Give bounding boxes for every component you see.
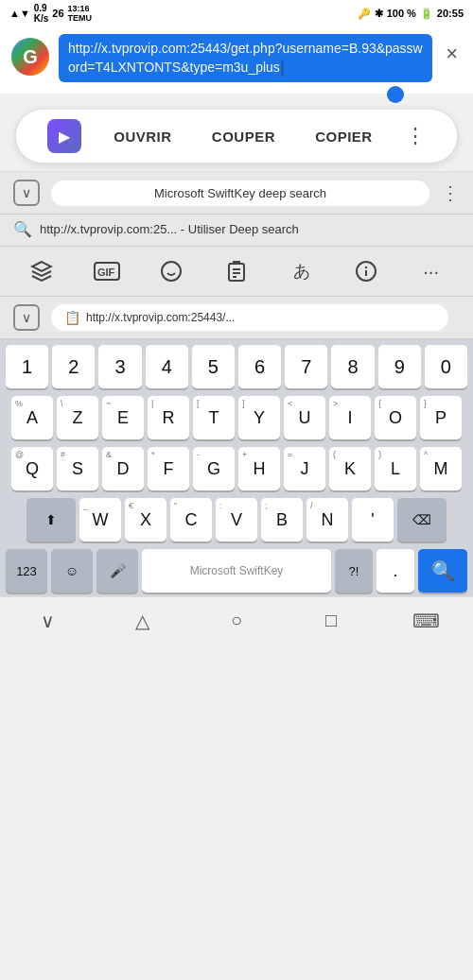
space-bar[interactable]: Microsoft SwiftKey: [142, 549, 331, 593]
browser-chrome: G http://x.tvprovip.com:25443/get.php?us…: [0, 26, 473, 94]
emoji-button[interactable]: ☺: [51, 549, 93, 593]
bluetooth-icon: ✱: [375, 8, 383, 20]
chevron-down-icon-2: ∨: [22, 310, 31, 325]
key-i[interactable]: >I: [329, 396, 371, 439]
key-e[interactable]: ~E: [102, 396, 144, 439]
swiftkey-collapse-button[interactable]: ∨: [13, 180, 40, 206]
key-v[interactable]: :V: [216, 498, 257, 542]
home-triangle-button[interactable]: △: [121, 600, 163, 642]
key-123-button[interactable]: 123: [6, 549, 47, 593]
key-p[interactable]: }P: [420, 396, 462, 439]
key-y[interactable]: ]Y: [238, 396, 280, 439]
google-logo: G: [11, 38, 49, 76]
key-q[interactable]: @Q: [11, 447, 53, 490]
back-icon: ∨: [41, 610, 55, 632]
key-j[interactable]: =J: [284, 447, 325, 490]
signal-icon: ▲▼: [9, 8, 30, 19]
layers-icon[interactable]: [25, 254, 59, 288]
number-row: 1 2 3 4 5 6 7 8 9 0: [0, 339, 473, 392]
key-c[interactable]: "C: [170, 498, 212, 542]
back-button[interactable]: ∨: [26, 600, 68, 642]
clipboard-small-icon: 📋: [64, 310, 80, 325]
key-8[interactable]: 8: [331, 345, 374, 388]
key-k[interactable]: (K: [329, 447, 371, 490]
home-triangle-icon: △: [135, 610, 149, 632]
search-button[interactable]: 🔍: [418, 549, 467, 593]
keyboard-container: ∨ Microsoft SwiftKey deep search ⋮ 🔍 htt…: [0, 172, 473, 596]
key-n[interactable]: /N: [307, 498, 348, 542]
home-button[interactable]: ○: [216, 600, 257, 642]
gif-icon[interactable]: GIF: [90, 254, 124, 288]
recent-icon: □: [325, 610, 337, 631]
svg-text:GIF: GIF: [97, 266, 115, 278]
clipboard-collapse-button[interactable]: ∨: [13, 304, 40, 331]
key-d[interactable]: &D: [102, 447, 144, 490]
special-chars-button[interactable]: ?!: [335, 549, 373, 593]
period-button[interactable]: .: [377, 549, 414, 593]
key-b[interactable]: ;B: [261, 498, 303, 542]
key-0[interactable]: 0: [425, 345, 467, 388]
more-options-button[interactable]: ⋮: [405, 124, 426, 148]
key-6[interactable]: 6: [238, 345, 281, 388]
home-circle-icon: ○: [231, 610, 242, 631]
key-u[interactable]: <U: [284, 396, 325, 439]
sticker-icon[interactable]: [154, 254, 188, 288]
key-z[interactable]: \Z: [57, 396, 98, 439]
key-f[interactable]: *F: [148, 447, 189, 490]
svg-point-3: [162, 262, 181, 281]
deep-search-url: http://x.tvprovip.com:25...: [40, 222, 177, 236]
key-s[interactable]: #S: [57, 447, 98, 490]
key-1[interactable]: 1: [6, 345, 48, 388]
key-m[interactable]: ^M: [420, 447, 462, 490]
deep-search-text[interactable]: http://x.tvprovip.com:25... - Utiliser D…: [40, 222, 460, 236]
key-g[interactable]: -G: [193, 447, 235, 490]
key-x[interactable]: €X: [125, 498, 166, 542]
key-a[interactable]: %A: [11, 396, 53, 439]
key-7[interactable]: 7: [285, 345, 327, 388]
key-4[interactable]: 4: [146, 345, 188, 388]
battery-icon: 🔋: [420, 8, 433, 20]
key-w[interactable]: _W: [79, 498, 121, 542]
language-icon[interactable]: あ: [285, 254, 319, 288]
key-apostrophe[interactable]: ': [352, 498, 394, 542]
recent-apps-button[interactable]: □: [310, 600, 352, 642]
swiftkey-title[interactable]: Microsoft SwiftKey deep search: [51, 181, 429, 206]
key-2[interactable]: 2: [52, 345, 95, 388]
toolbar-icons-row: GIF あ: [0, 247, 473, 297]
copier-button[interactable]: COPIER: [307, 125, 380, 148]
backspace-button[interactable]: ⌫: [397, 498, 447, 542]
more-toolbar-icon[interactable]: ···: [414, 254, 448, 288]
key-t[interactable]: [T: [193, 396, 235, 439]
key-5[interactable]: 5: [192, 345, 235, 388]
media-icon[interactable]: ▶: [47, 119, 81, 153]
url-bar[interactable]: http://x.tvprovip.com:25443/get.php?user…: [59, 34, 432, 82]
mic-button[interactable]: 🎤: [96, 549, 138, 593]
url-area: G http://x.tvprovip.com:25443/get.php?us…: [11, 34, 462, 82]
key-h[interactable]: +H: [238, 447, 280, 490]
clipboard-content[interactable]: 📋 http://x.tvprovip.com:25443/...: [51, 304, 448, 331]
key-l[interactable]: )L: [375, 447, 416, 490]
status-left: ▲▼ 0.9K/s 26 13:16TEMU: [9, 3, 92, 24]
clipboard-icon[interactable]: [219, 254, 254, 288]
key-r[interactable]: |R: [148, 396, 189, 439]
ouvrir-button[interactable]: OUVRIR: [106, 125, 179, 148]
svg-point-12: [366, 267, 367, 268]
info-icon[interactable]: [349, 254, 383, 288]
shift-button[interactable]: ⬆: [26, 498, 76, 542]
clipboard-bar: ∨ 📋 http://x.tvprovip.com:25443/...: [0, 297, 473, 339]
couper-button[interactable]: COUPER: [204, 125, 283, 148]
deep-search-bar: 🔍 http://x.tvprovip.com:25... - Utiliser…: [0, 215, 473, 247]
swiftkey-more-button[interactable]: ⋮: [441, 181, 460, 204]
svg-marker-0: [32, 262, 51, 271]
key-3[interactable]: 3: [98, 345, 141, 388]
deep-search-suffix: - Utiliser Deep search: [181, 222, 299, 236]
key-o[interactable]: {O: [375, 396, 416, 439]
close-button[interactable]: ×: [442, 38, 462, 70]
context-toolbar: ▶ OUVRIR COUPER COPIER ⋮: [15, 109, 458, 163]
status-right: 🔑 ✱ 100 % 🔋 20:55: [358, 8, 464, 20]
key-9[interactable]: 9: [378, 345, 421, 388]
clipboard-url-text: http://x.tvprovip.com:25443/...: [86, 311, 235, 324]
chevron-down-icon: ∨: [22, 185, 31, 200]
keyboard-button[interactable]: ⌨: [405, 600, 447, 642]
key-row-3: ⬆ _W €X "C :V ;B /N ' ⌫: [0, 494, 473, 545]
